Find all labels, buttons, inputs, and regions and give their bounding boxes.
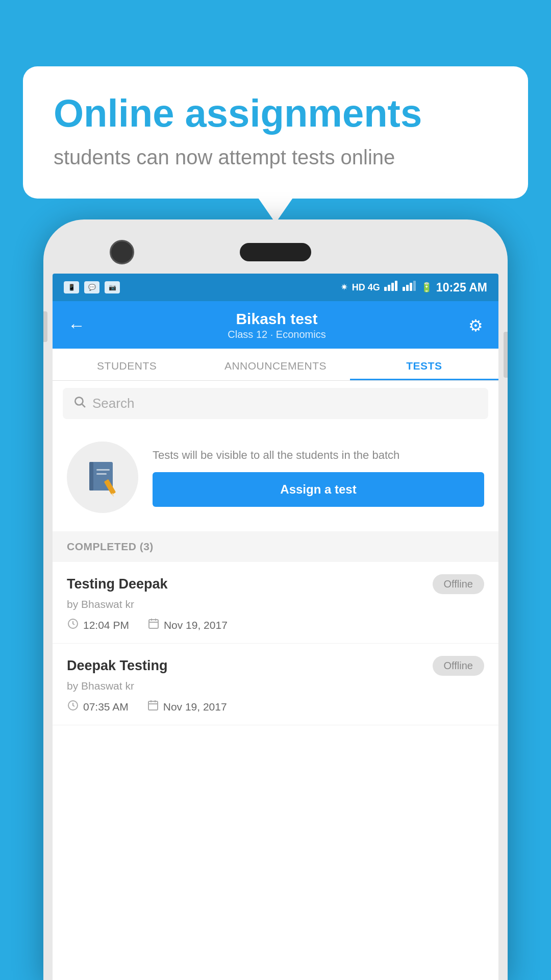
clock-icon xyxy=(67,699,79,715)
search-container: Search xyxy=(53,381,498,426)
app-bar-subtitle: Class 12 · Economics xyxy=(228,329,325,340)
svg-rect-17 xyxy=(149,620,158,628)
back-button[interactable]: ← xyxy=(65,312,88,338)
test-item-title: Testing Deepak xyxy=(67,576,168,592)
test-item-title: Deepak Testing xyxy=(67,658,168,674)
status-bar-right: ✴ HD 4G xyxy=(340,281,487,295)
svg-rect-2 xyxy=(391,283,394,291)
status-badge: Offline xyxy=(433,574,484,594)
test-item[interactable]: Deepak Testing Offline by Bhaswat kr 07:… xyxy=(53,644,498,725)
svg-rect-4 xyxy=(403,287,405,291)
test-date: Nov 19, 2017 xyxy=(147,699,227,715)
app-icon-1: 📱 xyxy=(64,281,79,293)
calendar-icon xyxy=(147,618,160,633)
clock-icon xyxy=(67,618,79,633)
tab-students[interactable]: STUDENTS xyxy=(53,349,201,380)
signal-icon xyxy=(384,281,398,294)
test-item-header: Deepak Testing Offline xyxy=(67,656,484,676)
tab-announcements[interactable]: ANNOUNCEMENTS xyxy=(201,349,349,380)
settings-button[interactable]: ⚙ xyxy=(465,313,486,338)
svg-rect-6 xyxy=(410,283,412,291)
svg-rect-13 xyxy=(96,473,107,475)
test-time-value: 12:04 PM xyxy=(83,619,129,631)
bubble-subtitle: students can now attempt tests online xyxy=(54,144,497,170)
network-label: HD 4G xyxy=(352,282,380,293)
svg-line-9 xyxy=(82,404,85,407)
speech-bubble: Online assignments students can now atte… xyxy=(23,66,528,199)
test-item[interactable]: Testing Deepak Offline by Bhaswat kr 12:… xyxy=(53,562,498,644)
phone-power-button xyxy=(504,332,508,378)
svg-rect-11 xyxy=(89,462,93,491)
status-bar-left: 📱 💬 📷 xyxy=(64,281,120,293)
app-bar-center: Bikash test Class 12 · Economics xyxy=(228,310,325,340)
status-time: 10:25 AM xyxy=(436,281,487,295)
svg-rect-3 xyxy=(395,281,397,291)
battery-icon: 🔋 xyxy=(421,282,432,293)
test-item-header: Testing Deepak Offline xyxy=(67,574,484,594)
test-time: 12:04 PM xyxy=(67,618,129,633)
app-bar-title: Bikash test xyxy=(228,310,325,328)
search-placeholder: Search xyxy=(92,396,134,411)
test-time-value: 07:35 AM xyxy=(83,701,129,713)
bubble-title: Online assignments xyxy=(54,92,497,135)
test-icon-circle xyxy=(67,442,138,513)
phone-device: 📱 💬 📷 ✴ HD 4G xyxy=(43,219,508,980)
phone-earpiece xyxy=(240,243,311,261)
signal-icon-2 xyxy=(403,281,417,294)
svg-rect-0 xyxy=(384,287,387,291)
test-date: Nov 19, 2017 xyxy=(147,618,228,633)
test-date-value: Nov 19, 2017 xyxy=(164,619,228,631)
test-date-value: Nov 19, 2017 xyxy=(163,701,227,713)
status-bar: 📱 💬 📷 ✴ HD 4G xyxy=(53,274,498,301)
completed-section-header: COMPLETED (3) xyxy=(53,531,498,562)
test-meta: 07:35 AM Nov 19, 2017 xyxy=(67,699,484,715)
calendar-icon xyxy=(147,699,159,715)
assign-test-button[interactable]: Assign a test xyxy=(153,472,484,507)
assign-test-section: Tests will be visible to all the student… xyxy=(53,426,498,531)
whatsapp-icon: 💬 xyxy=(84,281,99,293)
test-meta: 12:04 PM Nov 19, 2017 xyxy=(67,618,484,633)
status-badge: Offline xyxy=(433,656,484,676)
phone-camera xyxy=(110,240,134,264)
svg-rect-12 xyxy=(96,469,110,471)
assign-description: Tests will be visible to all the student… xyxy=(153,448,484,463)
phone-screen: 📱 💬 📷 ✴ HD 4G xyxy=(53,274,498,980)
app-bar: ← Bikash test Class 12 · Economics ⚙ xyxy=(53,301,498,349)
tabs-bar: STUDENTS ANNOUNCEMENTS TESTS xyxy=(53,349,498,381)
svg-rect-1 xyxy=(388,285,390,291)
photo-icon: 📷 xyxy=(105,281,120,293)
svg-point-8 xyxy=(75,397,83,405)
test-by: by Bhaswat kr xyxy=(67,598,484,610)
svg-rect-5 xyxy=(406,285,409,291)
svg-rect-7 xyxy=(413,281,416,291)
bluetooth-icon: ✴ xyxy=(340,282,348,293)
test-by: by Bhaswat kr xyxy=(67,680,484,692)
test-time: 07:35 AM xyxy=(67,699,129,715)
phone-volume-button xyxy=(43,311,47,342)
search-box[interactable]: Search xyxy=(63,388,488,419)
svg-rect-22 xyxy=(148,701,158,710)
tab-tests[interactable]: TESTS xyxy=(350,349,498,380)
search-icon xyxy=(73,395,86,412)
assign-right: Tests will be visible to all the student… xyxy=(153,448,484,507)
